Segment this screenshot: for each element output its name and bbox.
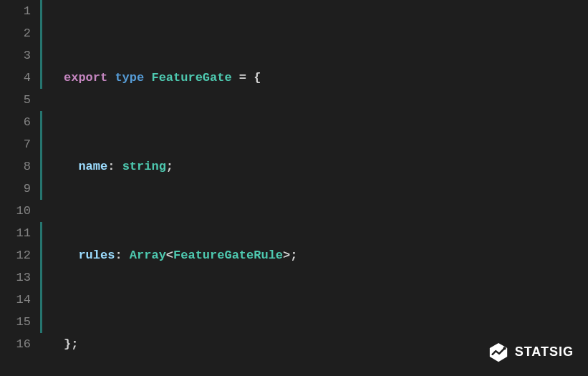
line-number: 9 bbox=[0, 178, 39, 200]
code-line: rules: Array<FeatureGateRule>; bbox=[64, 244, 588, 266]
line-number: 16 bbox=[0, 333, 39, 355]
line-number: 1 bbox=[0, 0, 39, 22]
type-ref: Array bbox=[130, 249, 166, 262]
property-name: rules bbox=[78, 249, 115, 262]
change-marker bbox=[40, 22, 42, 44]
line-number: 13 bbox=[0, 266, 39, 289]
change-marker bbox=[40, 0, 42, 22]
statsig-logo: STATSIG bbox=[488, 341, 574, 363]
line-number: 2 bbox=[0, 22, 39, 44]
code-editor: 1 2 3 4 5 6 7 8 9 10 11 12 13 14 15 16 bbox=[0, 0, 588, 376]
line-number: 10 bbox=[0, 200, 39, 222]
code-area[interactable]: export type FeatureGate = { name: string… bbox=[44, 0, 588, 376]
svg-point-1 bbox=[503, 347, 506, 350]
line-number: 15 bbox=[0, 311, 39, 333]
change-marker bbox=[40, 266, 42, 289]
change-marker bbox=[40, 44, 42, 67]
change-marker bbox=[40, 155, 42, 178]
change-marker bbox=[40, 222, 42, 244]
line-number: 5 bbox=[0, 89, 39, 111]
line-number: 12 bbox=[0, 244, 39, 266]
property-name: name bbox=[78, 160, 107, 173]
change-marker bbox=[40, 333, 42, 355]
change-marker bbox=[40, 289, 42, 311]
code-line: name: string; bbox=[64, 155, 588, 178]
line-number: 3 bbox=[0, 44, 39, 67]
line-number: 8 bbox=[0, 155, 39, 178]
type-name: FeatureGate bbox=[151, 71, 231, 85]
code-line: export type FeatureGate = { bbox=[64, 67, 588, 89]
change-marker bbox=[40, 244, 42, 266]
change-marker bbox=[40, 67, 42, 89]
keyword-export: export bbox=[64, 71, 107, 85]
change-marker bbox=[40, 200, 42, 222]
statsig-hex-icon bbox=[488, 342, 509, 363]
keyword-type: type bbox=[115, 71, 144, 85]
line-number: 11 bbox=[0, 222, 39, 244]
change-marker bbox=[40, 89, 42, 111]
type-ref: string bbox=[122, 160, 166, 173]
change-marker bbox=[40, 311, 42, 333]
line-number: 4 bbox=[0, 67, 39, 89]
change-marker bbox=[40, 133, 42, 155]
line-number: 7 bbox=[0, 133, 39, 155]
change-marker bbox=[40, 111, 42, 133]
change-marker bbox=[40, 178, 42, 200]
type-ref: FeatureGateRule bbox=[173, 249, 283, 262]
statsig-wordmark: STATSIG bbox=[515, 341, 574, 363]
line-number-gutter: 1 2 3 4 5 6 7 8 9 10 11 12 13 14 15 16 bbox=[0, 0, 39, 376]
line-number: 6 bbox=[0, 111, 39, 133]
line-number: 14 bbox=[0, 289, 39, 311]
